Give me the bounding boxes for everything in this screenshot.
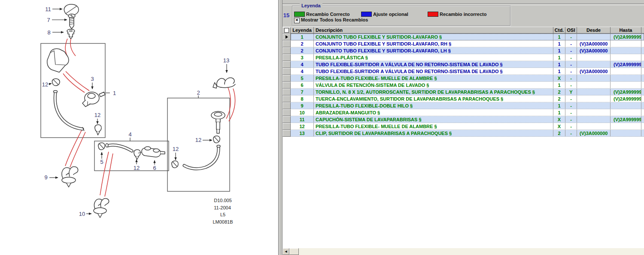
- table-row[interactable]: 8 TUERCA-ENCLAVAMIENTO, SURTIDOR DE LAVA…: [283, 95, 644, 102]
- column-header-osi[interactable]: OSI: [565, 27, 577, 34]
- row-selector[interactable]: [283, 123, 291, 130]
- cell-ctd[interactable]: 1: [553, 47, 565, 54]
- cell-osi[interactable]: -: [565, 47, 577, 54]
- cell-desde[interactable]: (V)3A000000: [577, 68, 611, 74]
- cell-osi[interactable]: -: [565, 68, 577, 74]
- show-all-parts-checkbox[interactable]: ✕: [294, 18, 300, 23]
- cell-osi[interactable]: -: [565, 123, 577, 129]
- cell-descripcion[interactable]: PRESILLA-TUBO FLEXIBLE-DOBLE HILO §: [314, 102, 553, 109]
- cell-leyenda[interactable]: 1: [291, 34, 314, 40]
- select-all-box[interactable]: [284, 28, 289, 33]
- cell-ctd[interactable]: 2: [553, 130, 565, 136]
- cell-hasta[interactable]: (V)2A999999: [611, 95, 641, 102]
- row-selector[interactable]: [283, 40, 291, 47]
- row-selector[interactable]: [283, 116, 291, 123]
- table-row[interactable]: 7 TORNILLO, N. 8 X 1/2, AUTORROSCANTE, S…: [283, 89, 644, 95]
- cell-ctd[interactable]: X: [553, 116, 565, 123]
- cell-ctd[interactable]: 1: [553, 102, 565, 109]
- cell-osi[interactable]: -: [565, 82, 577, 88]
- cell-descripcion[interactable]: ABRAZADERA-MANGUITO §: [314, 109, 553, 116]
- column-header-ctd[interactable]: Ctd.: [553, 27, 565, 34]
- cell-desde[interactable]: [577, 82, 611, 88]
- cell-desde[interactable]: (V)3A000000: [577, 40, 611, 47]
- row-selector[interactable]: [283, 54, 291, 61]
- cell-hasta[interactable]: [611, 123, 641, 129]
- cell-descripcion[interactable]: CLIP, SURTIDOR DE LAVAPARABRISAS A PARAC…: [314, 130, 553, 136]
- cell-leyenda[interactable]: 8: [291, 95, 314, 102]
- cell-desde[interactable]: [577, 123, 611, 129]
- cell-osi[interactable]: -: [565, 34, 577, 40]
- cell-descripcion[interactable]: CONJUNTO TUBO FLEXIBLE Y SURTIDOR-LAVAFA…: [314, 40, 553, 47]
- cell-hasta[interactable]: (V)2A999999: [611, 116, 641, 123]
- table-row[interactable]: 12 PRESILLA-TUBO FLEXIBLE- MUELLE DE ALA…: [283, 123, 644, 130]
- cell-hasta[interactable]: [611, 109, 641, 116]
- cell-leyenda[interactable]: 9: [291, 102, 314, 109]
- column-header-descripcion[interactable]: Descripción: [314, 27, 553, 34]
- row-selector[interactable]: [283, 95, 291, 102]
- cell-descripcion[interactable]: TUERCA-ENCLAVAMIENTO, SURTIDOR DE LAVAPA…: [314, 95, 553, 102]
- cell-hasta[interactable]: [611, 47, 641, 54]
- panel-splitter[interactable]: [279, 0, 283, 255]
- cell-leyenda[interactable]: 2: [291, 40, 314, 47]
- cell-descripcion[interactable]: CONJUNTO TUBO FLEXIBLE Y SURTIDOR-LAVAFA…: [314, 34, 553, 40]
- column-header-desde[interactable]: Desde: [577, 27, 611, 34]
- table-row[interactable]: 10 ABRAZADERA-MANGUITO § 1 -: [283, 109, 644, 116]
- cell-hasta[interactable]: [611, 68, 641, 74]
- cell-leyenda[interactable]: 7: [291, 89, 314, 95]
- row-selector[interactable]: [283, 109, 291, 116]
- row-selector[interactable]: [283, 47, 291, 54]
- row-selector[interactable]: [283, 89, 291, 95]
- cell-hasta[interactable]: [611, 102, 641, 109]
- row-selector[interactable]: [283, 75, 291, 82]
- row-selector[interactable]: [283, 82, 291, 89]
- cell-desde[interactable]: [577, 89, 611, 95]
- cell-descripcion[interactable]: CAPUCHÓN-SISTEMA DE LAVAPARABRISAS §: [314, 116, 553, 123]
- cell-ctd[interactable]: X: [553, 123, 565, 129]
- cell-desde[interactable]: [577, 75, 611, 81]
- table-row[interactable]: 4 TUBO FLEXIBLE-SURTIDOR A VÁLVULA DE NO…: [283, 61, 644, 68]
- cell-leyenda[interactable]: 10: [291, 109, 314, 116]
- cell-osi[interactable]: Y: [565, 89, 577, 95]
- cell-ctd[interactable]: 1: [553, 109, 565, 116]
- table-row[interactable]: 4 TUBO FLEXIBLE-SURTIDOR A VÁLVULA DE NO…: [283, 68, 644, 75]
- cell-osi[interactable]: -: [565, 116, 577, 123]
- cell-descripcion[interactable]: VÁLVULA DE RETENCIÓN-SISTEMA DE LAVADO §: [314, 82, 553, 88]
- row-selector[interactable]: [283, 130, 291, 137]
- table-row[interactable]: 5 PRESILLA-TUBO FLEXIBLE- MUELLE DE ALAM…: [283, 75, 644, 82]
- cell-osi[interactable]: -: [565, 102, 577, 109]
- row-selector[interactable]: [283, 34, 291, 40]
- cell-ctd[interactable]: 2: [553, 89, 565, 95]
- cell-descripcion[interactable]: PRESILLA-TUBO FLEXIBLE- MUELLE DE ALAMBR…: [314, 75, 553, 81]
- cell-ctd[interactable]: 2: [553, 95, 565, 102]
- cell-osi[interactable]: -: [565, 130, 577, 136]
- cell-desde[interactable]: [577, 95, 611, 102]
- cell-desde[interactable]: [577, 61, 611, 68]
- cell-ctd[interactable]: 1: [553, 68, 565, 74]
- cell-ctd[interactable]: 1: [553, 54, 565, 61]
- cell-desde[interactable]: [577, 116, 611, 123]
- cell-hasta[interactable]: [611, 40, 641, 47]
- row-selector[interactable]: [283, 61, 291, 68]
- column-header-hasta[interactable]: Hasta: [611, 27, 641, 34]
- scroll-left-arrow-icon[interactable]: ◀: [283, 248, 289, 255]
- cell-osi[interactable]: -: [565, 40, 577, 47]
- cell-desde[interactable]: (V)3A000000: [577, 47, 611, 54]
- show-all-parts-checkbox-label[interactable]: Mostrar Todos los Recambios: [301, 17, 368, 22]
- cell-osi[interactable]: -: [565, 75, 577, 81]
- table-row[interactable]: 3 PRESILLA-PLÁSTICA § 1 -: [283, 54, 644, 61]
- table-row[interactable]: 2 CONJUNTO TUBO FLEXIBLE Y SURTIDOR-LAVA…: [283, 47, 644, 54]
- cell-ctd[interactable]: 1: [553, 61, 565, 68]
- cell-desde[interactable]: [577, 54, 611, 61]
- cell-descripcion[interactable]: TUBO FLEXIBLE-SURTIDOR A VÁLVULA DE NO R…: [314, 61, 553, 68]
- table-row[interactable]: 11 CAPUCHÓN-SISTEMA DE LAVAPARABRISAS § …: [283, 116, 644, 123]
- cell-desde[interactable]: [577, 109, 611, 116]
- cell-desde[interactable]: (V)3A000000: [577, 130, 611, 136]
- cell-leyenda[interactable]: 11: [291, 116, 314, 123]
- cell-leyenda[interactable]: 3: [291, 54, 314, 61]
- table-row[interactable]: 9 PRESILLA-TUBO FLEXIBLE-DOBLE HILO § 1 …: [283, 102, 644, 109]
- table-row[interactable]: 6 VÁLVULA DE RETENCIÓN-SISTEMA DE LAVADO…: [283, 82, 644, 89]
- cell-descripcion[interactable]: TORNILLO, N. 8 X 1/2, AUTORROSCANTE, SUR…: [314, 89, 553, 95]
- cell-hasta[interactable]: [611, 130, 641, 136]
- cell-hasta[interactable]: (V)2A999999: [611, 89, 641, 95]
- cell-hasta[interactable]: [611, 82, 641, 88]
